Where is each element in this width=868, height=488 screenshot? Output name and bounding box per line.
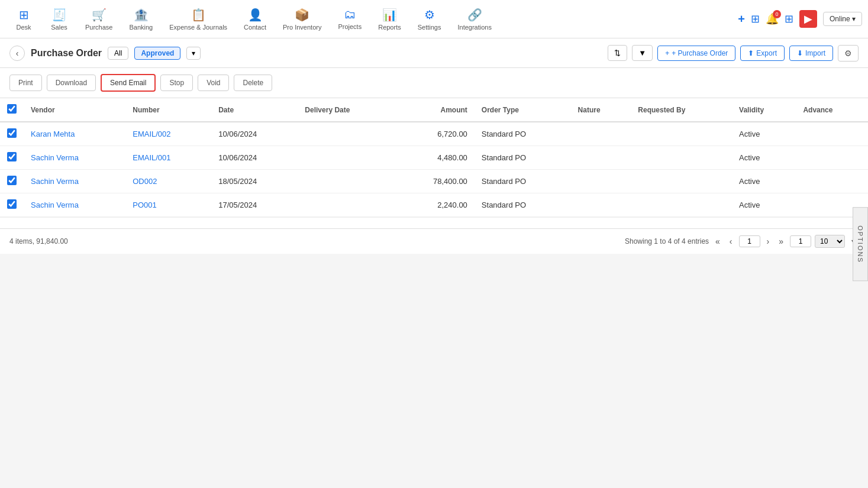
row-number: EMAIL/002 (125, 122, 211, 146)
row-nature (571, 122, 631, 146)
nav-contact[interactable]: 👤 Contact (235, 3, 275, 35)
row-order-type: Standard PO (475, 146, 571, 170)
row-checkbox-2[interactable] (7, 176, 17, 185)
current-page-input[interactable] (739, 235, 760, 247)
download-button[interactable]: Download (47, 75, 96, 91)
row-checkbox-cell[interactable] (0, 146, 24, 170)
table-settings-button[interactable]: ⚙ (838, 45, 859, 62)
page-title: Purchase Order (31, 48, 102, 59)
row-checkbox-cell[interactable] (0, 170, 24, 193)
row-date: 17/05/2024 (211, 193, 298, 217)
plus-icon: + (665, 49, 669, 57)
sort-button[interactable]: ⇅ (608, 45, 627, 61)
last-page-button[interactable]: » (776, 235, 786, 247)
col-order-type: Order Type (475, 98, 571, 122)
purchase-label: Purchase (85, 24, 112, 31)
row-checkbox-cell[interactable] (0, 122, 24, 146)
vendor-link-3[interactable]: Sachin Verma (31, 201, 79, 209)
col-number: Number (125, 98, 211, 122)
send-email-button[interactable]: Send Email (101, 74, 156, 92)
add-button[interactable]: + (738, 12, 745, 26)
pro-inventory-label: Pro Inventory (283, 24, 321, 31)
col-amount: Amount (395, 98, 475, 122)
row-validity: Active (732, 170, 796, 193)
nav-projects[interactable]: 🗂 Projects (330, 3, 370, 35)
row-nature (571, 193, 631, 217)
scrollbar-inner (0, 220, 868, 226)
void-button[interactable]: Void (198, 75, 229, 91)
nav-reports[interactable]: 📊 Reports (370, 3, 409, 35)
vendor-link-1[interactable]: Sachin Verma (31, 153, 79, 162)
col-requested-by: Requested By (631, 98, 732, 122)
purchase-orders-table: Vendor Number Date Delivery Date Amount … (0, 98, 868, 217)
filter-button[interactable]: ▼ (632, 45, 653, 61)
nav-expense[interactable]: 📋 Expense & Journals (161, 3, 235, 35)
first-page-button[interactable]: « (712, 235, 723, 247)
top-nav: ⊞ Desk 🧾 Sales 🛒 Purchase 🏦 Banking 📋 Ex… (0, 0, 868, 38)
number-link-3[interactable]: PO001 (133, 201, 156, 209)
row-delivery-date (298, 170, 395, 193)
per-page-select[interactable]: 10 25 50 100 (815, 235, 845, 248)
filter-approved-button[interactable]: Approved (134, 47, 180, 60)
footer-summary: 4 items, 91,840.00 (9, 237, 68, 245)
desk-label: Desk (16, 24, 31, 31)
select-all-checkbox[interactable] (7, 104, 17, 114)
print-button[interactable]: Print (9, 75, 42, 91)
import-button[interactable]: ⬇ Import (789, 46, 833, 61)
row-vendor: Sachin Verma (24, 170, 125, 193)
new-purchase-order-button[interactable]: + + Purchase Order (657, 46, 735, 61)
filter-all-button[interactable]: All (108, 47, 128, 60)
number-link-2[interactable]: OD002 (133, 177, 157, 186)
delete-button[interactable]: Delete (234, 75, 272, 91)
col-vendor: Vendor (24, 98, 125, 122)
nav-sales[interactable]: 🧾 Sales (41, 3, 77, 35)
row-nature (571, 146, 631, 170)
row-checkbox-3[interactable] (7, 199, 17, 209)
new-po-label: + Purchase Order (672, 49, 728, 57)
filter-dropdown-button[interactable]: ▾ (186, 47, 201, 60)
row-order-type: Standard PO (475, 170, 571, 193)
row-checkbox-cell[interactable] (0, 193, 24, 217)
nav-pro-inventory[interactable]: 📦 Pro Inventory (275, 3, 330, 35)
nav-desk[interactable]: ⊞ Desk (6, 3, 41, 35)
purchase-icon: 🛒 (92, 8, 107, 22)
horizontal-scrollbar[interactable] (0, 217, 868, 228)
row-checkbox-0[interactable] (7, 128, 17, 138)
row-number: EMAIL/001 (125, 146, 211, 170)
nav-purchase[interactable]: 🛒 Purchase (77, 3, 121, 35)
row-delivery-date (298, 146, 395, 170)
col-date: Date (211, 98, 298, 122)
row-vendor: Sachin Verma (24, 146, 125, 170)
apps-button[interactable]: ⊞ (785, 12, 793, 25)
vendor-link-2[interactable]: Sachin Verma (31, 177, 79, 186)
options-tab[interactable]: OPTIONS (853, 207, 868, 254)
nav-banking[interactable]: 🏦 Banking (121, 3, 161, 35)
export-button[interactable]: ⬆ Export (740, 46, 785, 61)
notifications-button[interactable]: 🔔 0 (766, 12, 779, 25)
contact-label: Contact (244, 24, 266, 31)
table-row: Sachin Verma OD002 18/05/2024 78,400.00 … (0, 170, 868, 193)
prev-page-button[interactable]: ‹ (727, 235, 735, 247)
row-checkbox-1[interactable] (7, 152, 17, 161)
grid-button[interactable]: ⊞ (751, 12, 760, 25)
vendor-link-0[interactable]: Karan Mehta (31, 130, 75, 138)
row-requested-by (631, 193, 732, 217)
expense-label: Expense & Journals (169, 24, 227, 31)
import-label: Import (805, 49, 825, 57)
youtube-button[interactable]: ▶ (799, 10, 817, 28)
row-nature (571, 170, 631, 193)
toolbar: Print Download Send Email Stop Void Dele… (0, 68, 868, 98)
next-page-button[interactable]: › (764, 235, 773, 247)
select-all-header[interactable] (0, 98, 24, 122)
back-button[interactable]: ‹ (9, 46, 25, 61)
nav-integrations[interactable]: 🔗 Integrations (449, 3, 499, 35)
row-advance (796, 146, 868, 170)
online-status-button[interactable]: Online ▾ (823, 12, 862, 26)
number-link-1[interactable]: EMAIL/001 (133, 153, 170, 162)
stop-button[interactable]: Stop (160, 75, 193, 91)
table-footer: 4 items, 91,840.00 Showing 1 to 4 of 4 e… (0, 228, 868, 254)
go-to-page-input[interactable] (790, 235, 811, 247)
number-link-0[interactable]: EMAIL/002 (133, 130, 170, 138)
row-date: 18/05/2024 (211, 170, 298, 193)
nav-settings[interactable]: ⚙ Settings (409, 3, 450, 35)
